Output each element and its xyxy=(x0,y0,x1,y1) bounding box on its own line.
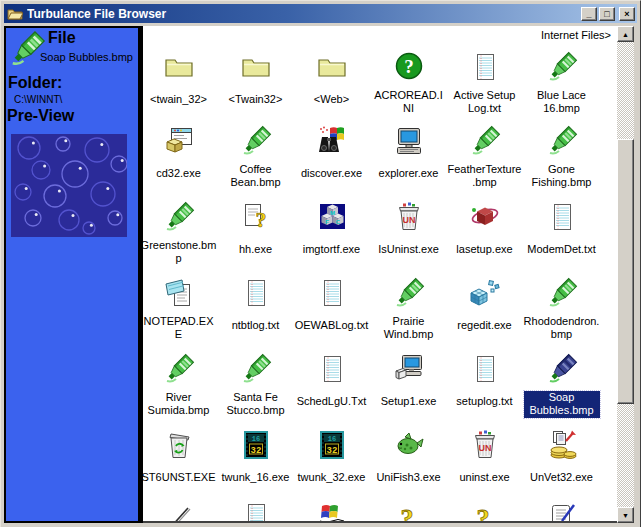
file-item-label[interactable]: ST6UNST.EXE xyxy=(143,471,215,484)
coins-docs-icon[interactable] xyxy=(546,429,578,461)
file-item-label[interactable]: twunk_32.exe xyxy=(298,471,366,484)
pen-icon[interactable] xyxy=(163,501,195,523)
file-item-label[interactable]: <twain_32> xyxy=(150,93,207,106)
folder-icon[interactable] xyxy=(163,51,195,83)
file-item[interactable]: Coffee Bean.bmp xyxy=(217,125,294,190)
file-item-label[interactable]: twunk_16.exe xyxy=(222,471,290,484)
file-item-label[interactable]: regedit.exe xyxy=(457,319,511,332)
text-file-icon[interactable] xyxy=(240,277,272,309)
file-item-label[interactable]: <Web> xyxy=(314,93,349,106)
file-item-label[interactable]: ntbtlog.txt xyxy=(232,319,280,332)
file-item[interactable]: OEWABLog.txt xyxy=(293,277,370,333)
computer-icon[interactable] xyxy=(393,125,425,157)
notepad-icon[interactable] xyxy=(163,277,195,309)
scrollbar-thumb[interactable] xyxy=(617,139,634,404)
chip-1632-icon[interactable]: 1632 xyxy=(316,429,348,461)
question-mark-icon[interactable]: ? xyxy=(393,501,425,523)
file-item[interactable]: Blue Lace 16.bmp xyxy=(523,51,600,116)
file-item[interactable] xyxy=(217,501,294,523)
file-item[interactable]: ?ACROREAD.INI xyxy=(370,51,447,116)
file-item[interactable]: Santa Fe Stucco.bmp xyxy=(217,353,294,418)
file-item-label[interactable]: Setup1.exe xyxy=(381,395,437,408)
file-item[interactable]: regedit.exe xyxy=(446,277,523,333)
file-item-label[interactable]: UniFish3.exe xyxy=(376,471,440,484)
text-file-icon[interactable] xyxy=(316,353,348,385)
file-item[interactable]: UnVet32.exe xyxy=(523,429,600,485)
marker-icon[interactable] xyxy=(546,277,578,309)
windows-flag-icon[interactable] xyxy=(316,501,348,523)
minimize-button[interactable]: _ xyxy=(581,7,597,21)
text-file-icon[interactable] xyxy=(469,51,501,83)
computer-setup-icon[interactable] xyxy=(393,353,425,385)
file-item-label[interactable]: NOTEPAD.EXE xyxy=(143,315,217,341)
file-item-label[interactable]: Rhododendron.bmp xyxy=(524,315,600,341)
file-item-label[interactable]: setuplog.txt xyxy=(456,395,512,408)
file-item-label[interactable]: River Sumida.bmp xyxy=(143,391,217,417)
file-item[interactable]: NOTEPAD.EXE xyxy=(143,277,217,342)
file-item[interactable]: ?hh.exe xyxy=(217,201,294,257)
marker-icon[interactable] xyxy=(240,353,272,385)
regedit-cubes-icon[interactable] xyxy=(469,277,501,309)
file-item[interactable]: ModemDet.txt xyxy=(523,201,600,257)
marker-icon[interactable] xyxy=(240,125,272,157)
titlebar[interactable]: Turbulance File Browser _ □ × xyxy=(4,4,637,23)
text-file-icon[interactable] xyxy=(316,277,348,309)
file-item[interactable]: lasetup.exe xyxy=(446,201,523,257)
file-item-label[interactable]: hh.exe xyxy=(239,243,272,256)
file-item-label[interactable]: UnVet32.exe xyxy=(530,471,593,484)
marker-icon[interactable] xyxy=(393,277,425,309)
file-item[interactable]: Active Setup Log.txt xyxy=(446,51,523,116)
file-item[interactable]: ntbtlog.txt xyxy=(217,277,294,333)
file-item-label[interactable]: ModemDet.txt xyxy=(527,243,595,256)
help-doc-icon[interactable]: ? xyxy=(240,201,272,233)
file-item[interactable]: Prairie Wind.bmp xyxy=(370,277,447,342)
scroll-up-button[interactable]: ▲ xyxy=(617,26,634,42)
uninstall-trash-icon[interactable]: UN xyxy=(393,201,425,233)
marker-icon[interactable] xyxy=(469,125,501,157)
file-item-label[interactable]: imgtortf.exe xyxy=(303,243,360,256)
uninstall-trash-icon[interactable]: UN xyxy=(469,429,501,461)
file-item-label[interactable]: SchedLgU.Txt xyxy=(297,395,367,408)
file-item-label[interactable]: <Twain32> xyxy=(229,93,283,106)
file-item[interactable]: UNuninst.exe xyxy=(446,429,523,485)
file-item[interactable]: setuplog.txt xyxy=(446,353,523,409)
file-item-label[interactable]: FeatherTexture.bmp xyxy=(447,163,523,189)
file-item-label[interactable]: lasetup.exe xyxy=(456,243,512,256)
file-item[interactable]: SchedLgU.Txt xyxy=(293,353,370,409)
file-item[interactable]: <Twain32> xyxy=(217,51,294,107)
installer-window-icon[interactable] xyxy=(163,125,195,157)
file-item[interactable]: MFCimgtortf.exe xyxy=(293,201,370,257)
marker-icon[interactable] xyxy=(546,125,578,157)
scroll-down-button[interactable]: ▼ xyxy=(617,507,634,523)
file-item-label[interactable]: discover.exe xyxy=(301,167,362,180)
file-item[interactable] xyxy=(293,501,370,523)
vertical-scrollbar[interactable]: ▲ ▼ xyxy=(617,26,634,523)
file-item[interactable]: cd32.exe xyxy=(143,125,217,181)
mfc-cubes-icon[interactable]: MFC xyxy=(316,201,348,233)
folder-icon[interactable] xyxy=(316,51,348,83)
text-file-icon[interactable] xyxy=(240,501,272,523)
file-item[interactable]: discover.exe xyxy=(293,125,370,181)
marker-icon[interactable] xyxy=(163,201,195,233)
file-item[interactable]: Soap Bubbles.bmp xyxy=(523,353,600,418)
file-item-label[interactable]: Gone Fishing.bmp xyxy=(524,163,600,189)
file-item[interactable]: Setup1.exe xyxy=(370,353,447,409)
file-item[interactable]: ST6UNST.EXE xyxy=(143,429,217,485)
file-item-label[interactable]: Coffee Bean.bmp xyxy=(218,163,294,189)
file-item-label[interactable]: uninst.exe xyxy=(459,471,509,484)
file-item-label[interactable]: IsUninst.exe xyxy=(378,243,439,256)
file-item-label[interactable]: ACROREAD.INI xyxy=(371,89,447,115)
file-item[interactable]: ? xyxy=(370,501,447,523)
file-item[interactable]: explorer.exe xyxy=(370,125,447,181)
recycle-trash-icon[interactable] xyxy=(163,429,195,461)
marker-icon[interactable] xyxy=(546,51,578,83)
file-item[interactable]: River Sumida.bmp xyxy=(143,353,217,418)
file-item[interactable]: Greenstone.bmp xyxy=(143,201,217,266)
file-item[interactable] xyxy=(143,501,217,523)
file-item[interactable]: FeatherTexture.bmp xyxy=(446,125,523,190)
marker-icon[interactable] xyxy=(163,353,195,385)
close-button[interactable]: × xyxy=(619,7,635,21)
binoculars-flag-icon[interactable] xyxy=(316,125,348,157)
chip-1632-icon[interactable]: 1632 xyxy=(240,429,272,461)
question-mark-icon[interactable]: ? xyxy=(469,501,501,523)
